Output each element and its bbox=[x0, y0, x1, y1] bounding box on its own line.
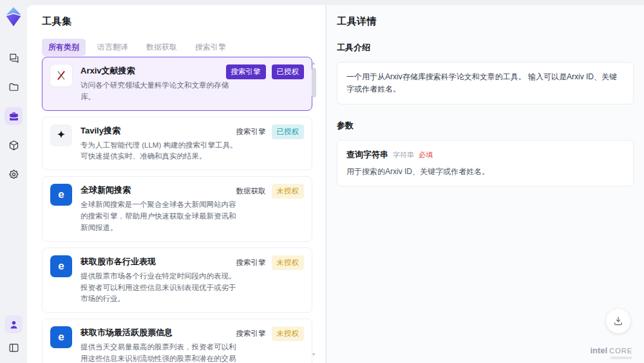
app-rail bbox=[0, 0, 27, 363]
tavily-star-icon bbox=[50, 124, 72, 146]
user-icon[interactable] bbox=[5, 315, 23, 333]
tool-description: 访问各个研究领域大量科学论文和文章的存储库。 bbox=[80, 80, 242, 103]
tool-card-tavily[interactable]: Tavily搜索 专为人工智能代理 (LLM) 构建的搜索引擎工具。可快速提供实… bbox=[42, 117, 312, 171]
intro-card: 一个用于从Arxiv存储库搜索科学论文和文章的工具。 输入可以是Arxiv ID… bbox=[337, 62, 634, 104]
tool-description: 全球新闻搜索是一个聚合全球各大新闻网站内容的搜索引擎，帮助用户快速获取全球最新资… bbox=[80, 199, 242, 233]
detail-title: 工具详情 bbox=[337, 15, 634, 28]
scroll-down-icon[interactable]: ▼ bbox=[312, 352, 316, 357]
tool-description: 提供股票市场各个行业在特定时间段内的表现。投资者可以利用这些信息来识别表现优于或… bbox=[80, 271, 242, 305]
folder-icon[interactable] bbox=[5, 78, 23, 96]
chat-icon[interactable] bbox=[5, 49, 23, 67]
icon-glyph: e bbox=[58, 331, 64, 344]
category-badge: 搜索引擎 bbox=[236, 255, 266, 270]
tool-list-panel: 工具集 所有类别 语言翻译 数据获取 搜索引擎 Arxiv文献搜索 访问各个研究… bbox=[27, 5, 325, 363]
tool-name: 获取市场最活跃股票信息 bbox=[80, 327, 242, 338]
tool-name: Arxiv文献搜索 bbox=[80, 65, 242, 77]
param-description: 用于搜索的Arxiv ID、关键字或作者姓名。 bbox=[346, 166, 624, 177]
tab-all-categories[interactable]: 所有类别 bbox=[42, 39, 86, 56]
brand-core: CORE bbox=[609, 347, 632, 355]
tool-card-arxiv[interactable]: Arxiv文献搜索 访问各个研究领域大量科学论文和文章的存储库。 搜索引擎 已授… bbox=[42, 57, 312, 111]
news-app-icon: e bbox=[50, 184, 72, 206]
tab-search-engine[interactable]: 搜索引擎 bbox=[189, 39, 232, 56]
tool-detail-panel: 工具详情 工具介绍 一个用于从Arxiv存储库搜索科学论文和文章的工具。 输入可… bbox=[326, 5, 644, 363]
tool-card-global-news[interactable]: e 全球新闻搜索 全球新闻搜索是一个聚合全球各大新闻网站内容的搜索引擎，帮助用户… bbox=[42, 176, 312, 241]
news-app-icon: e bbox=[50, 255, 72, 277]
intel-core-logo: intel CORE bbox=[590, 346, 632, 355]
auth-status-badge: 已授权 bbox=[272, 124, 305, 139]
app-logo bbox=[5, 6, 23, 27]
layout-panel-icon[interactable] bbox=[5, 338, 23, 357]
category-tabs: 所有类别 语言翻译 数据获取 搜索引擎 bbox=[42, 39, 325, 56]
tool-list: Arxiv文献搜索 访问各个研究领域大量科学论文和文章的存储库。 搜索引擎 已授… bbox=[42, 57, 312, 363]
tool-description: 专为人工智能代理 (LLM) 构建的搜索引擎工具。可快速提供实时、准确和真实的结… bbox=[80, 140, 242, 163]
category-badge: 搜索引擎 bbox=[236, 326, 266, 341]
brand-intel: intel bbox=[590, 346, 607, 355]
param-name: 查询字符串 bbox=[346, 149, 388, 161]
icon-glyph: e bbox=[58, 260, 64, 273]
auth-status-badge: 未授权 bbox=[272, 184, 305, 199]
news-app-icon: e bbox=[50, 326, 72, 348]
tool-name: 全球新闻搜索 bbox=[80, 184, 242, 196]
intro-heading: 工具介绍 bbox=[337, 42, 634, 54]
page-title: 工具集 bbox=[42, 15, 325, 28]
toolbox-briefcase-icon[interactable] bbox=[5, 107, 23, 125]
param-required-badge: 必填 bbox=[419, 150, 433, 160]
category-badge: 搜索引擎 bbox=[226, 64, 266, 79]
intro-text: 一个用于从Arxiv存储库搜索科学论文和文章的工具。 输入可以是Arxiv ID… bbox=[346, 72, 617, 93]
download-button[interactable] bbox=[606, 309, 630, 333]
params-heading: 参数 bbox=[337, 120, 634, 132]
tool-name: Tavily搜索 bbox=[80, 125, 242, 137]
param-type: 字符串 bbox=[393, 150, 414, 160]
scroll-up-icon[interactable]: ▲ bbox=[312, 61, 316, 65]
list-scrollbar[interactable]: ▲ ▼ bbox=[310, 61, 317, 357]
category-badge: 搜索引擎 bbox=[236, 124, 266, 139]
tool-name: 获取股市各行业表现 bbox=[80, 256, 242, 268]
parameter-card: 查询字符串 字符串 必填 用于搜索的Arxiv ID、关键字或作者姓名。 bbox=[337, 140, 634, 186]
category-badge: 数据获取 bbox=[236, 184, 266, 199]
tab-language-translation[interactable]: 语言翻译 bbox=[91, 39, 135, 56]
arxiv-logo-icon bbox=[50, 64, 72, 86]
auth-status-badge: 已授权 bbox=[272, 64, 305, 79]
brand-sub-mark bbox=[611, 357, 632, 359]
auth-status-badge: 未授权 bbox=[272, 255, 305, 270]
tool-card-active-stocks[interactable]: e 获取市场最活跃股票信息 提供当天交易量最高的股票列表，投资者可以利用这些信息… bbox=[42, 319, 312, 363]
tool-description: 提供当天交易量最高的股票列表，投资者可以利用这些信息来识别流动性强的股票和潜在的… bbox=[80, 342, 242, 363]
tool-card-sector-performance[interactable]: e 获取股市各行业表现 提供股票市场各个行业在特定时间段内的表现。投资者可以利用… bbox=[42, 248, 312, 313]
gear-icon[interactable] bbox=[5, 165, 23, 183]
cube-icon[interactable] bbox=[5, 136, 23, 154]
tab-data-acquisition[interactable]: 数据获取 bbox=[140, 39, 184, 56]
auth-status-badge: 未授权 bbox=[272, 326, 305, 341]
scrollbar-thumb[interactable] bbox=[312, 68, 316, 97]
icon-glyph: e bbox=[58, 188, 64, 201]
